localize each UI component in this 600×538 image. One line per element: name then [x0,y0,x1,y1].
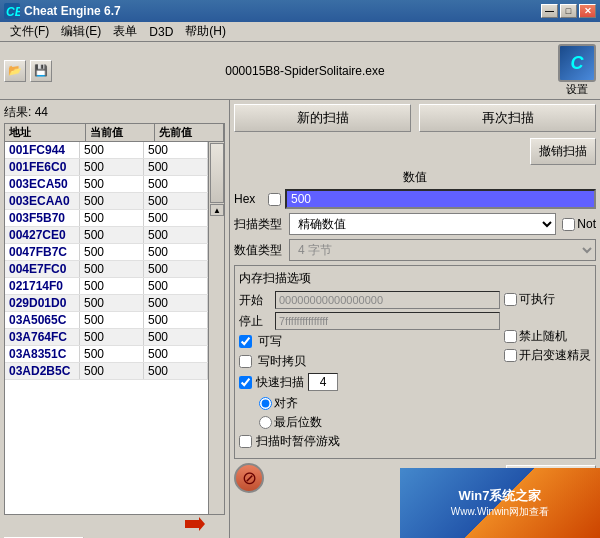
open-button[interactable]: 📂 [4,60,26,82]
writable-checkbox[interactable] [239,335,252,348]
cow-row: 写时拷贝 [239,353,500,370]
table-row[interactable]: 001FE6C0 500 500 [5,159,208,176]
start-input[interactable] [275,291,500,309]
cell-address: 0047FB7C [5,244,80,260]
watermark: Win7系统之家 Www.Winwin网加查看 [400,468,600,538]
cell-address: 004E7FC0 [5,261,80,277]
memory-scan-options: 内存扫描选项 开始 停止 可写 [234,265,596,459]
table-row[interactable]: 029D01D0 500 500 [5,295,208,312]
value-type-label: 数值类型 [234,242,289,259]
table-row[interactable]: 03A5065C 500 500 [5,312,208,329]
cell-current: 500 [80,363,144,379]
scan-buttons-row: 新的扫描 再次扫描 [234,104,596,132]
cell-current: 500 [80,210,144,226]
table-row[interactable]: 03A764FC 500 500 [5,329,208,346]
scan-type-label: 扫描类型 [234,216,289,233]
rescan-button[interactable]: 再次扫描 [419,104,596,132]
cell-previous: 500 [144,278,208,294]
cell-address: 001FC944 [5,142,80,158]
save-button[interactable]: 💾 [30,60,52,82]
align-row: 对齐 [259,395,500,412]
cell-current: 500 [80,295,144,311]
cell-previous: 500 [144,210,208,226]
new-scan-button[interactable]: 新的扫描 [234,104,411,132]
cell-address: 003ECAA0 [5,193,80,209]
last-digit-row: 最后位数 [259,414,500,431]
results-count: 结果: 44 [4,104,225,121]
menu-help[interactable]: 帮助(H) [179,21,232,42]
table-row[interactable]: 00427CE0 500 500 [5,227,208,244]
no-random-label: 禁止随机 [519,328,567,345]
address-table[interactable]: 001FC944 500 500 001FE6C0 500 500 003ECA… [4,141,209,515]
cell-current: 500 [80,244,144,260]
value-type-select[interactable]: 4 字节 [289,239,596,261]
stop-label: 停止 [239,313,269,330]
window-controls: — □ ✕ [541,4,596,18]
menu-bar: 文件(F) 编辑(E) 表单 D3D 帮助(H) [0,22,600,42]
cell-current: 500 [80,312,144,328]
writable-row: 可写 [239,333,500,350]
table-container: 001FC944 500 500 001FE6C0 500 500 003ECA… [4,141,225,515]
menu-d3d[interactable]: D3D [143,23,179,41]
no-random-checkbox[interactable] [504,330,517,343]
fast-scan-input[interactable] [308,373,338,391]
executable-checkbox[interactable] [504,293,517,306]
scan-type-select[interactable]: 精确数值 [289,213,556,235]
value-input[interactable] [285,189,596,209]
executable-label: 可执行 [519,291,555,308]
cell-address: 003ECA50 [5,176,80,192]
settings-area[interactable]: C 设置 [558,44,596,97]
pause-game-checkbox[interactable] [239,435,252,448]
cell-previous: 500 [144,261,208,277]
table-header: 地址 当前值 先前值 [4,123,225,141]
watermark-line2: Www.Winwin网加查看 [451,505,549,519]
col-header-address: 地址 [5,124,86,141]
ce-logo: C [558,44,596,82]
fast-scan-checkbox[interactable] [239,376,252,389]
cell-previous: 500 [144,244,208,260]
menu-edit[interactable]: 编辑(E) [55,21,107,42]
undo-scan-button[interactable]: 撤销扫描 [530,138,596,165]
align-radio[interactable]: 对齐 [259,395,298,412]
scroll-up-icon[interactable]: ▲ [210,204,224,216]
right-checkboxes: 可执行 禁止随机 开启变速精灵 [504,291,591,454]
cell-current: 500 [80,193,144,209]
cell-address: 029D01D0 [5,295,80,311]
table-scrollbar[interactable]: ▲ [209,141,225,515]
value-type-row: 数值类型 4 字节 [234,239,596,261]
not-checkbox[interactable] [562,218,575,231]
table-row[interactable]: 003F5B70 500 500 [5,210,208,227]
table-row[interactable]: 03A8351C 500 500 [5,346,208,363]
cell-previous: 500 [144,142,208,158]
cow-checkbox[interactable] [239,355,252,368]
cell-address: 00427CE0 [5,227,80,243]
cell-previous: 500 [144,312,208,328]
arrow-indicator [185,516,205,532]
close-button[interactable]: ✕ [579,4,596,18]
minimize-button[interactable]: — [541,4,558,18]
toolbar-row: 📂 💾 000015B8-SpiderSolitaire.exe C 设置 [0,42,600,100]
window-title: Cheat Engine 6.7 [24,4,541,18]
executable-row: 可执行 [504,291,591,308]
cow-label: 写时拷贝 [258,353,306,370]
stop-button[interactable]: ⊘ [234,463,264,493]
left-panel: 结果: 44 地址 当前值 先前值 001FC944 500 500 001FE… [0,100,230,538]
table-row[interactable]: 003ECAA0 500 500 [5,193,208,210]
table-row[interactable]: 021714F0 500 500 [5,278,208,295]
table-row[interactable]: 001FC944 500 500 [5,142,208,159]
hex-checkbox[interactable] [268,193,281,206]
speedhack-checkbox[interactable] [504,349,517,362]
maximize-button[interactable]: □ [560,4,577,18]
title-bar: CE Cheat Engine 6.7 — □ ✕ [0,0,600,22]
table-row[interactable]: 004E7FC0 500 500 [5,261,208,278]
last-digit-radio[interactable]: 最后位数 [259,414,322,431]
table-row[interactable]: 003ECA50 500 500 [5,176,208,193]
menu-file[interactable]: 文件(F) [4,21,55,42]
col-header-current: 当前值 [86,124,155,141]
table-row[interactable]: 0047FB7C 500 500 [5,244,208,261]
stop-input[interactable] [275,312,500,330]
menu-table[interactable]: 表单 [107,21,143,42]
watermark-line1: Win7系统之家 [451,487,549,505]
table-row[interactable]: 03AD2B5C 500 500 [5,363,208,380]
cell-previous: 500 [144,363,208,379]
